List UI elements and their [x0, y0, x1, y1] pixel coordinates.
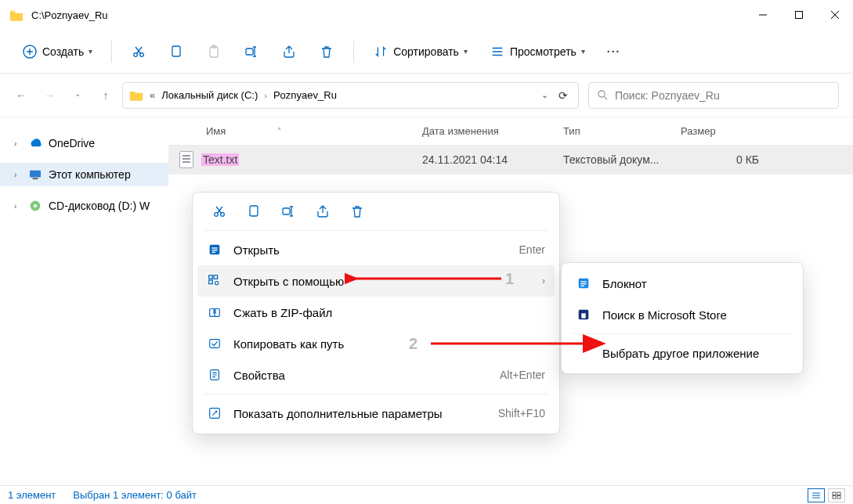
search-icon — [597, 89, 609, 101]
file-row[interactable]: Text.txt 24.11.2021 04:14 Текстовый доку… — [168, 145, 853, 175]
svg-rect-26 — [210, 340, 220, 348]
up-button[interactable]: ↑ — [99, 89, 113, 102]
copy-path-icon — [207, 336, 222, 351]
file-modified-cell: 24.11.2021 04:14 — [422, 153, 563, 166]
folder-icon — [129, 89, 143, 101]
share-button[interactable] — [273, 39, 305, 64]
breadcrumb-seg[interactable]: Poznyaev_Ru — [273, 89, 337, 101]
ctx-open-with[interactable]: Открыть с помощью › — [197, 265, 555, 297]
svg-rect-31 — [580, 283, 586, 284]
trash-icon[interactable] — [349, 203, 365, 219]
sort-indicator-icon: ˄ — [277, 127, 281, 135]
file-size-cell: 0 КБ — [681, 153, 775, 166]
sub-notepad[interactable]: Блокнот — [566, 268, 798, 299]
svg-rect-15 — [250, 206, 258, 216]
ctx-properties[interactable]: Свойства Alt+Enter — [197, 359, 555, 391]
col-size[interactable]: Размер — [681, 125, 775, 137]
ctx-zip[interactable]: Сжать в ZIP-файл — [197, 297, 555, 328]
sub-notepad-label: Блокнот — [602, 277, 789, 290]
col-type[interactable]: Тип — [563, 125, 681, 137]
recent-button[interactable]: ⌄ — [70, 89, 85, 102]
back-button[interactable]: ← — [14, 89, 28, 102]
svg-rect-39 — [837, 492, 840, 495]
ctx-more-label: Показать дополнительные параметры — [233, 407, 487, 420]
expand-icon[interactable]: › — [14, 171, 22, 179]
col-modified[interactable]: Дата изменения — [422, 125, 563, 137]
svg-rect-30 — [580, 281, 586, 282]
status-selection: Выбран 1 элемент: 0 байт — [73, 489, 197, 501]
chevron-down-icon: ▾ — [89, 47, 92, 56]
search-box[interactable]: Поиск: Poznyaev_Ru — [588, 82, 839, 109]
zip-icon — [207, 304, 222, 320]
scissors-icon — [131, 44, 146, 59]
nav-item-label: OneDrive — [49, 137, 95, 149]
sort-button[interactable]: Сортировать ▾ — [365, 39, 475, 64]
svg-rect-4 — [172, 46, 180, 56]
close-button[interactable] — [817, 0, 853, 30]
maximize-button[interactable] — [781, 0, 817, 30]
rename-icon — [244, 44, 259, 59]
toolbar: Создать ▾ Сортировать ▾ Просмотреть ▾ ··… — [0, 30, 853, 74]
view-button[interactable]: Просмотреть ▾ — [482, 39, 593, 64]
paste-button[interactable] — [198, 39, 230, 64]
nav-item-thispc[interactable]: › Этот компьютер — [0, 163, 168, 186]
nav-item-onedrive[interactable]: › OneDrive — [0, 131, 168, 155]
address-bar[interactable]: « Локальный диск (C:) › Poznyaev_Ru ⌄ ⟳ — [122, 82, 579, 109]
search-placeholder: Поиск: Poznyaev_Ru — [615, 89, 720, 102]
sub-choose-another[interactable]: Выбрать другое приложение — [566, 337, 798, 369]
forward-button[interactable]: → — [42, 89, 56, 102]
nav-row: ← → ⌄ ↑ « Локальный диск (C:) › Poznyaev… — [0, 74, 853, 117]
new-button[interactable]: Создать ▾ — [14, 39, 100, 64]
properties-icon — [207, 367, 222, 383]
sort-button-label: Сортировать — [393, 45, 459, 58]
rename-button[interactable] — [236, 39, 267, 64]
svg-rect-19 — [211, 250, 217, 250]
sub-choose-label: Выбрать другое приложение — [602, 347, 789, 360]
details-view-button[interactable] — [808, 488, 825, 502]
copy-icon — [168, 44, 184, 59]
blank-icon — [576, 345, 591, 361]
address-dropdown[interactable]: ⌄ — [541, 90, 548, 100]
icons-view-button[interactable] — [828, 488, 845, 502]
minimize-button[interactable] — [745, 0, 781, 30]
ctx-copy-path[interactable]: Копировать как путь — [197, 328, 555, 359]
nav-item-label: Этот компьютер — [49, 168, 131, 181]
context-menu-separator — [204, 394, 548, 394]
window-title: C:\Poznyaev_Ru — [31, 9, 745, 21]
cloud-icon — [28, 136, 42, 150]
sub-store-label: Поиск в Microsoft Store — [602, 308, 789, 322]
copy-icon[interactable] — [246, 203, 262, 219]
refresh-button[interactable]: ⟳ — [555, 89, 572, 102]
scissors-icon[interactable] — [211, 203, 227, 219]
ctx-open-hint: Enter — [519, 243, 545, 256]
nav-item-cd[interactable]: › CD-дисковод (D:) W — [0, 194, 168, 218]
new-button-label: Создать — [42, 45, 84, 58]
open-with-submenu: Блокнот Поиск в Microsoft Store Выбрать … — [561, 262, 804, 374]
chevron-down-icon: ▾ — [581, 47, 585, 56]
col-name[interactable]: Имя˄ — [179, 125, 422, 137]
open-icon — [207, 242, 222, 257]
rename-icon[interactable] — [280, 203, 296, 219]
delete-button[interactable] — [311, 39, 342, 64]
ctx-more-options[interactable]: Показать дополнительные параметры Shift+… — [197, 398, 555, 429]
expand-icon[interactable]: › — [14, 202, 22, 211]
svg-rect-40 — [833, 495, 836, 499]
text-file-icon — [179, 151, 193, 168]
status-bar: 1 элемент Выбран 1 элемент: 0 байт — [0, 485, 853, 504]
chevron-right-icon: › — [542, 275, 545, 286]
trash-icon — [319, 44, 334, 59]
cut-button[interactable] — [123, 39, 154, 64]
breadcrumb-seg[interactable]: Локальный диск (C:) — [161, 89, 258, 101]
sub-store[interactable]: Поиск в Microsoft Store — [566, 299, 798, 330]
sort-icon — [373, 44, 389, 59]
expand-icon[interactable]: › — [14, 139, 22, 148]
view-button-label: Просмотреть — [510, 45, 576, 58]
title-bar: C:\Poznyaev_Ru — [0, 0, 853, 30]
view-switcher — [808, 488, 845, 502]
share-icon[interactable] — [315, 203, 331, 219]
breadcrumb-chevron-icon: › — [264, 91, 267, 100]
copy-button[interactable] — [161, 39, 192, 64]
more-button[interactable]: ··· — [599, 41, 629, 63]
context-menu-quick-actions — [197, 197, 555, 227]
ctx-open[interactable]: Открыть Enter — [197, 234, 555, 265]
